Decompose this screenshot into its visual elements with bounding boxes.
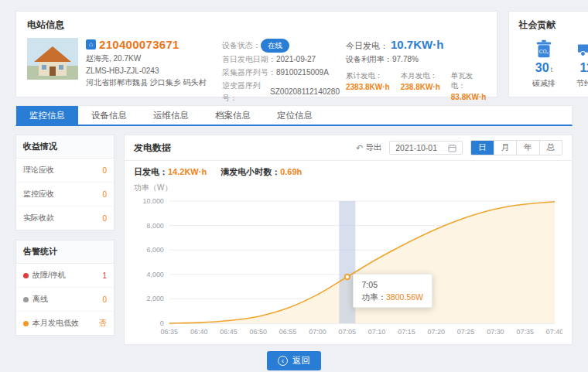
fault-value: 1 [102,271,107,280]
fault-label: 故障/停机 [23,270,66,281]
inverter-sn-label: 逆变器序列号： [222,80,270,104]
svg-text:8,000: 8,000 [146,222,163,230]
svg-text:07:10: 07:10 [368,328,385,336]
low-efficiency-value: 否 [99,318,107,329]
alarm-row-offline: 离线 0 [16,288,114,312]
svg-text:06:40: 06:40 [190,328,207,336]
contribution-panel-title: 社会贡献 [518,19,588,32]
svg-text:07:35: 07:35 [516,328,533,336]
tooltip-power: 功率：3800.56W [362,291,423,303]
station-info-panel: 电站信息 ⌂ 21040007367 [15,11,497,97]
alarm-panel-title: 告警统计 [16,241,114,264]
svg-text:CO₂: CO₂ [539,49,549,54]
period-day[interactable]: 日 [471,141,494,155]
tooltip-time: 7:05 [362,278,423,291]
income-panel-title: 收益情况 [16,135,114,159]
export-button[interactable]: ↶ 导出 [356,142,381,153]
offline-label: 离线 [23,294,48,305]
svg-text:06:35: 06:35 [161,328,178,336]
income-panel: 收益情况 理论应收 0 监控应收 0 实际收款 0 [15,135,115,230]
collector-sn-label: 采集器序列号： [222,67,276,79]
svg-text:07:25: 07:25 [457,328,474,336]
month-gen-label: 本月发电： [401,71,440,81]
station-panel-title: 电站信息 [27,19,486,32]
y-axis-title: 功率（W） [134,183,562,193]
svg-text:6,000: 6,000 [146,246,163,254]
alarm-panel: 告警统计 故障/停机 1 离线 0 本月发电低效 否 [15,240,115,336]
income-row-theoretical: 理论应收 0 [16,159,114,183]
calendar-icon [448,144,456,152]
today-gen-label: 今日发电： [346,40,388,52]
co2-value: 30t [521,61,566,77]
tab-location-info[interactable]: 定位信息 [264,106,326,125]
first-gen-date-value: 2021-09-27 [276,53,316,66]
full-hours-label: 满发电小时数： [220,167,280,176]
period-total[interactable]: 总 [539,141,562,155]
co2-label: 碳减排 [521,78,566,89]
day-gen-label: 日发电： [134,167,168,176]
income-row-actual: 实际收款 0 [16,206,114,230]
tab-monitor-info[interactable]: 监控信息 [16,106,78,125]
period-toggle: 日 月 年 总 [470,140,562,155]
per-watt-gen-stat: 单瓦发电： 83.8KW·h [451,71,487,101]
full-hours-value: 0.69h [280,167,302,176]
collector-sn-value: 89100215009A [276,67,329,79]
total-gen-value: 2383.8KW·h [346,83,390,91]
offline-value: 0 [102,295,107,304]
fault-dot-icon [23,273,29,278]
svg-text:07:20: 07:20 [428,328,445,336]
coal-value: 11t [566,61,588,77]
station-photo[interactable] [27,38,78,80]
back-button[interactable]: ‹ 返回 [267,351,321,370]
device-status-badge: 在线 [261,39,289,53]
svg-text:4,000: 4,000 [146,271,163,278]
station-owner: 赵海亮, 20.7KW [86,53,222,64]
chart-panel-title: 发电数据 [134,142,171,155]
total-gen-label: 累计发电： [346,71,390,81]
chart-tooltip: 7:05 功率：3800.56W [353,274,432,308]
income-row-monitored: 监控应收 0 [16,183,114,206]
dashboard-page: 电站信息 ⌂ 21040007367 [0,0,588,370]
coal-saving-item: 11t 节约煤 [566,38,588,89]
social-contribution-panel: 社会贡献 CO₂ 30t 碳减排 [508,11,588,97]
svg-text:06:50: 06:50 [250,328,267,336]
month-gen-value: 238.8KW·h [401,83,440,91]
svg-text:06:45: 06:45 [220,328,237,336]
per-watt-gen-label: 单瓦发电： [451,71,487,91]
power-chart-area[interactable]: 02,0004,0006,0008,00010,00006:3506:4006:… [134,195,562,339]
power-line-chart[interactable]: 02,0004,0006,0008,00010,00006:3506:4006:… [134,195,562,339]
export-icon: ↶ [356,143,363,153]
income-theoretical-value: 0 [102,166,107,175]
svg-text:07:15: 07:15 [398,328,415,336]
device-status-label: 设备状态： [222,39,261,52]
inverter-sn-value: SZ00208112140280 [270,86,340,98]
station-id-icon: ⌂ [86,39,96,49]
svg-text:2,000: 2,000 [146,295,163,302]
station-address: 河北省邯郸市魏县 沙口集乡 码头村 [86,77,222,88]
date-picker[interactable]: 2021-10-01 [389,141,463,155]
tab-operation-info[interactable]: 运维信息 [140,106,202,125]
alarm-row-fault: 故障/停机 1 [16,264,114,288]
per-watt-gen-value: 83.8KW·h [451,93,487,101]
main-tabbar: 监控信息 设备信息 运维信息 档案信息 定位信息 [15,105,573,126]
svg-text:0: 0 [160,319,164,327]
coal-label: 节约煤 [566,78,588,89]
station-id: 210400073671 [99,38,179,51]
co2-icon: CO₂ [521,38,566,61]
station-code: ZLMS-HBJ-ZJL-0243 [86,67,222,75]
period-year[interactable]: 年 [516,141,539,155]
total-gen-stat: 累计发电： 2383.8KW·h [346,71,390,101]
income-actual-value: 0 [102,214,107,223]
tab-archive-info[interactable]: 档案信息 [202,106,264,125]
period-month[interactable]: 月 [494,141,517,155]
utilization-label: 设备利用率： [346,55,392,63]
svg-text:07:30: 07:30 [487,328,504,336]
tab-device-info[interactable]: 设备信息 [78,106,140,125]
first-gen-date-label: 首日发电日期： [222,53,276,66]
coal-truck-icon [566,38,588,61]
income-monitored-value: 0 [102,190,107,199]
offline-dot-icon [23,297,29,302]
svg-text:10,000: 10,000 [142,197,163,205]
income-actual-label: 实际收款 [23,213,54,224]
income-monitored-label: 监控应收 [23,189,54,200]
